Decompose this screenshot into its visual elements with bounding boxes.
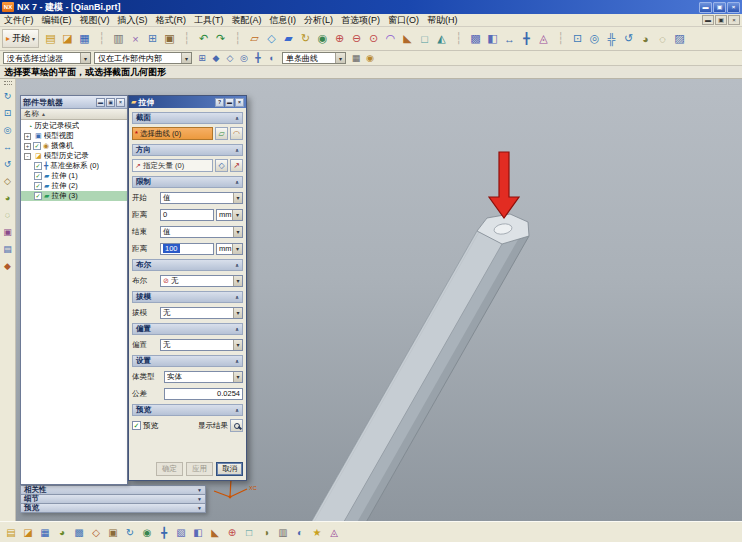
snap-midpoint-toggle[interactable]: ◇ [223, 52, 237, 65]
panel-minimize-button[interactable]: ▬ [96, 98, 105, 107]
start-menu-button[interactable]: ▸ 开始 ▾ [2, 29, 39, 48]
datum-button[interactable]: ◇ [88, 524, 104, 540]
tree-checkbox[interactable]: ✓ [34, 192, 42, 200]
dialog-close-button[interactable]: × [235, 98, 244, 107]
revolve-button[interactable]: ↻ [297, 30, 314, 47]
menu-item[interactable]: 窗口(O) [384, 14, 423, 26]
end-unit-combo[interactable]: mm ▾ [216, 243, 243, 255]
new-button[interactable]: ▤ [42, 30, 59, 47]
subtract-button[interactable]: ⊖ [348, 30, 365, 47]
direction-group-header[interactable]: 方向 ∧ [132, 144, 243, 156]
document-minimize-button[interactable]: ▬ [702, 15, 714, 25]
extrude-button[interactable]: ▰ [280, 30, 297, 47]
sketch-section-button[interactable]: ▱ [215, 127, 228, 140]
panel-restore-button[interactable]: ▣ [106, 98, 115, 107]
preview-checkbox[interactable]: ✓ [132, 421, 141, 430]
trim-body-button[interactable]: ◭ [433, 30, 450, 47]
tree-item-model-history[interactable]: - ◪ 模型历史记录 [21, 151, 127, 161]
toolbar-grip-handle[interactable] [4, 81, 12, 85]
tree-item-extrude-2[interactable]: ✓ ▰ 拉伸 (2) [21, 181, 127, 191]
tree-checkbox[interactable]: ✓ [34, 172, 42, 180]
vector-dialog-button[interactable]: ◇ [215, 159, 228, 172]
zoom-button[interactable]: ◎ [586, 30, 603, 47]
limits-group-header[interactable]: 限制 ∧ [132, 176, 243, 188]
tree-checkbox[interactable]: ✓ [33, 142, 41, 150]
end-distance-input[interactable]: 100 [160, 243, 214, 255]
offset-group-header[interactable]: 偏置 ∧ [132, 323, 243, 335]
snapshot-button[interactable]: ▣ [1, 225, 15, 238]
shaded-view-button[interactable]: ◕ [1, 191, 15, 204]
analysis-button[interactable]: ◬ [535, 30, 552, 47]
separator[interactable]: ┆ [229, 30, 246, 47]
edge-blend-button[interactable]: ◠ [382, 30, 399, 47]
unite-button[interactable]: ⊕ [224, 524, 240, 540]
swatch-button[interactable]: ▣ [105, 524, 121, 540]
favorites-button[interactable]: ★ [309, 524, 325, 540]
snap-point-toggle[interactable]: ⊞ [195, 52, 209, 65]
menu-item[interactable]: 首选项(P) [337, 14, 384, 26]
navigator-column-header[interactable]: 名称 ▲ [21, 109, 127, 120]
box-button[interactable]: □ [241, 524, 257, 540]
preview-panel-bar[interactable]: 预览 ▼ [20, 503, 206, 513]
measure-button[interactable]: ╋ [518, 30, 535, 47]
menu-item[interactable]: 信息(I) [266, 14, 301, 26]
point-button[interactable]: ◉ [139, 524, 155, 540]
curve-rule-combo[interactable]: 单条曲线 ▾ [282, 52, 346, 64]
separator[interactable]: ┆ [450, 30, 467, 47]
hole-button[interactable]: ◉ [314, 30, 331, 47]
specify-vector-field[interactable]: ↗ 指定矢量 (0) [132, 159, 213, 172]
chamfer-button[interactable]: ◣ [399, 30, 416, 47]
rotate-view-button[interactable]: ↺ [620, 30, 637, 47]
pencil-body[interactable] [292, 214, 529, 521]
draft-combo[interactable]: 无 ▾ [160, 307, 243, 319]
start-unit-combo[interactable]: mm ▾ [216, 209, 243, 221]
menu-item[interactable]: 视图(V) [76, 14, 114, 26]
start-limit-combo[interactable]: 值 ▾ [160, 192, 243, 204]
part-navigator-header[interactable]: 部件导航器 ▬ ▣ × [21, 96, 127, 109]
tree-item-extrude-3[interactable]: ✓ ▰ 拉伸 (3) [21, 191, 127, 201]
reverse-direction-button[interactable]: ↗ [230, 159, 243, 172]
snap-intersection-toggle[interactable]: ╋ [251, 52, 265, 65]
menu-item[interactable]: 分析(L) [300, 14, 337, 26]
list-button[interactable]: ▥ [275, 524, 291, 540]
pattern-button[interactable]: ▩ [467, 30, 484, 47]
selection-scope-combo[interactable]: 仅在工作部件内部 ▾ [94, 52, 192, 64]
boolean-group-header[interactable]: 布尔 ∧ [132, 259, 243, 271]
save-button[interactable]: ▦ [76, 30, 93, 47]
rotate-view-button[interactable]: ↺ [1, 157, 15, 170]
tree-item-model-views[interactable]: + ▣ 模型视图 [21, 131, 127, 141]
highlight-toggle[interactable]: ◉ [363, 52, 377, 65]
menu-item[interactable]: 工具(T) [190, 14, 228, 26]
snap-center-toggle[interactable]: ◎ [237, 52, 251, 65]
sketch-button[interactable]: ▱ [246, 30, 263, 47]
document-close-button[interactable]: × [728, 15, 740, 25]
tree-expander-icon[interactable]: - [24, 153, 31, 160]
fit-view-button[interactable]: ⊡ [569, 30, 586, 47]
preferences-button[interactable]: ◆ [1, 259, 15, 272]
curve-rule-button[interactable]: ◠ [230, 127, 243, 140]
general-selection-toggle[interactable]: ▦ [349, 52, 363, 65]
refresh-button[interactable]: ↻ [122, 524, 138, 540]
separator[interactable]: ┆ [93, 30, 110, 47]
grid-button[interactable]: ▩ [71, 524, 87, 540]
pan-button[interactable]: ╬ [603, 30, 620, 47]
dialog-help-button[interactable]: ? [215, 98, 224, 107]
shaded-button[interactable]: ◕ [637, 30, 654, 47]
open-button[interactable]: ◪ [59, 30, 76, 47]
layers-button[interactable]: ▤ [1, 242, 15, 255]
mirror-button[interactable]: ◧ [484, 30, 501, 47]
separator[interactable]: ┆ [552, 30, 569, 47]
dialog-title-bar[interactable]: ▰ 拉伸 ? ▬ × [129, 96, 246, 108]
csys-button[interactable]: ╋ [156, 524, 172, 540]
menu-item[interactable]: 帮助(H) [423, 14, 462, 26]
document-restore-button[interactable]: ▣ [715, 15, 727, 25]
boolean-combo[interactable]: ⊘ 无 ▾ [160, 275, 243, 287]
tree-item-history-mode[interactable]: ◔ 历史记录模式 [21, 121, 127, 131]
pattern-button[interactable]: ▧ [173, 524, 189, 540]
start-distance-input[interactable]: 0 [160, 209, 214, 221]
cancel-button[interactable]: 取消 [216, 462, 243, 476]
preview-group-header[interactable]: 预览 ∧ [132, 404, 243, 416]
offset-combo[interactable]: 无 ▾ [160, 339, 243, 351]
zoom-view-button[interactable]: ◎ [1, 123, 15, 136]
selection-filter-combo[interactable]: 没有选择过滤器 ▾ [3, 52, 91, 64]
